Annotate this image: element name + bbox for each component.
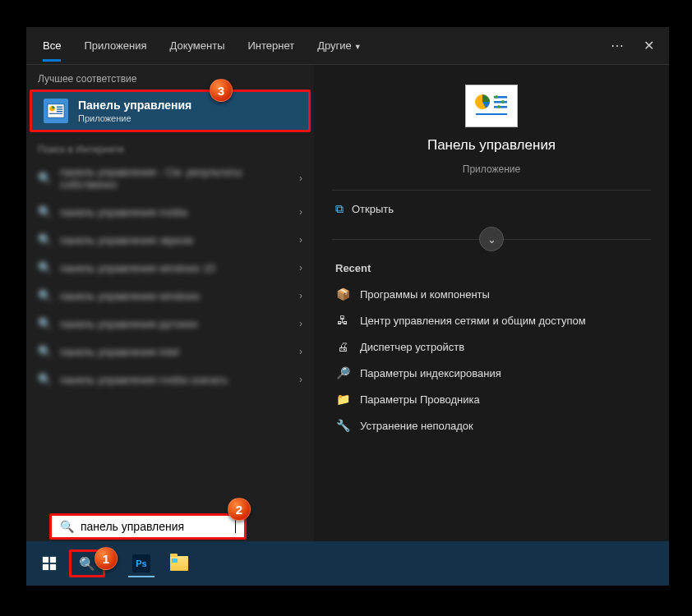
annotation-badge-2: 2 bbox=[228, 498, 251, 521]
chevron-right-icon: › bbox=[299, 318, 302, 329]
web-result-item[interactable]: 🔍панель управления windows 10› bbox=[26, 254, 314, 282]
recent-list: 📦Программы и компоненты 🖧Центр управлени… bbox=[332, 281, 651, 439]
tab-documents[interactable]: Документы bbox=[158, 30, 236, 62]
svg-rect-3 bbox=[57, 108, 62, 109]
chevron-right-icon: › bbox=[299, 262, 302, 274]
open-icon: ⧉ bbox=[335, 202, 344, 216]
tab-all[interactable]: Все bbox=[31, 30, 72, 62]
web-result-item[interactable]: 🔍панель управления - См. результаты собс… bbox=[26, 159, 314, 198]
search-box[interactable]: 🔍 2 bbox=[49, 513, 247, 540]
recent-item[interactable]: 🔎Параметры индексирования bbox=[332, 360, 651, 386]
web-search-label: Поиск в Интернете bbox=[26, 132, 314, 159]
svg-rect-4 bbox=[57, 111, 62, 112]
search-icon: 🔍 bbox=[60, 520, 74, 533]
web-result-item[interactable]: 🔍панель управления intel› bbox=[26, 338, 314, 365]
programs-icon: 📦 bbox=[335, 287, 350, 301]
recent-item[interactable]: 🔧Устранение неполадок bbox=[332, 412, 651, 439]
explorer-options-icon: 📁 bbox=[335, 392, 350, 407]
photoshop-icon: Ps bbox=[132, 554, 150, 572]
results-left-pane: Лучшее соответствие Панель управления Пр… bbox=[26, 65, 314, 541]
web-result-item[interactable]: 🔍панель управления рутокен› bbox=[26, 310, 314, 338]
web-results-list: 🔍панель управления - См. результаты собс… bbox=[26, 159, 314, 393]
taskbar-app-explorer[interactable] bbox=[161, 549, 197, 577]
svg-rect-15 bbox=[50, 557, 56, 563]
chevron-right-icon: › bbox=[299, 206, 302, 218]
start-button[interactable] bbox=[31, 549, 67, 577]
best-match-title: Панель управления bbox=[78, 99, 191, 112]
web-result-item[interactable]: 🔍панель управления nvidia скачать› bbox=[26, 365, 314, 393]
chevron-right-icon: › bbox=[299, 172, 302, 184]
search-icon: 🔍 bbox=[38, 373, 52, 386]
svg-rect-17 bbox=[50, 564, 56, 570]
svg-rect-8 bbox=[494, 101, 507, 103]
devices-icon: 🖨 bbox=[335, 339, 350, 354]
recent-item[interactable]: 📁Параметры Проводника bbox=[332, 386, 651, 412]
best-match-subtitle: Приложение bbox=[78, 113, 191, 123]
tab-more[interactable]: Другие▼ bbox=[306, 30, 373, 62]
chevron-right-icon: › bbox=[299, 374, 302, 385]
taskbar-app-photoshop[interactable]: Ps bbox=[123, 549, 159, 577]
preview-pane: Панель управления Приложение ⧉ Открыть ⌄… bbox=[314, 65, 669, 541]
chevron-right-icon: › bbox=[299, 234, 302, 246]
preview-title: Панель управления bbox=[427, 137, 556, 154]
svg-point-11 bbox=[501, 100, 505, 103]
control-panel-large-icon bbox=[465, 85, 518, 127]
expand-divider: ⌄ bbox=[332, 228, 651, 251]
annotation-badge-1: 1 bbox=[95, 547, 118, 570]
web-result-item[interactable]: 🔍панель управления nvidia› bbox=[26, 198, 314, 226]
network-icon: 🖧 bbox=[335, 313, 350, 328]
search-icon: 🔍 bbox=[79, 556, 95, 572]
taskbar-row: 🔍 1 Ps bbox=[26, 541, 669, 586]
indexing-icon: 🔎 bbox=[335, 365, 350, 380]
recent-label: Recent bbox=[332, 251, 651, 281]
close-icon[interactable]: ✕ bbox=[634, 31, 664, 60]
more-options-icon[interactable]: ⋯ bbox=[601, 31, 634, 60]
search-icon: 🔍 bbox=[38, 289, 52, 302]
svg-rect-13 bbox=[476, 113, 507, 115]
search-results-panel: Все Приложения Документы Интернет Другие… bbox=[26, 27, 669, 541]
search-icon: 🔍 bbox=[38, 317, 52, 330]
taskbar: 🔍 2 🔍 1 Ps bbox=[26, 541, 669, 586]
tab-web[interactable]: Интернет bbox=[236, 30, 306, 62]
recent-item[interactable]: 🖧Центр управления сетями и общим доступо… bbox=[332, 307, 651, 333]
search-icon: 🔍 bbox=[38, 233, 52, 246]
open-action[interactable]: ⧉ Открыть bbox=[332, 190, 651, 228]
chevron-right-icon: › bbox=[299, 290, 302, 301]
troubleshoot-icon: 🔧 bbox=[335, 418, 350, 433]
chevron-right-icon: › bbox=[299, 346, 302, 357]
best-match-label: Лучшее соответствие bbox=[26, 65, 314, 90]
search-tabs: Все Приложения Документы Интернет Другие… bbox=[26, 27, 669, 65]
tab-apps[interactable]: Приложения bbox=[72, 30, 158, 62]
search-input[interactable] bbox=[81, 520, 228, 533]
search-icon: 🔍 bbox=[38, 172, 52, 185]
search-icon: 🔍 bbox=[38, 345, 52, 358]
web-result-item[interactable]: 🔍панель управления звуком› bbox=[26, 226, 314, 254]
control-panel-icon bbox=[44, 99, 68, 123]
recent-item[interactable]: 📦Программы и компоненты bbox=[332, 281, 651, 307]
preview-subtitle: Приложение bbox=[463, 163, 520, 175]
expand-button[interactable]: ⌄ bbox=[479, 227, 504, 251]
annotation-badge-3: 3 bbox=[210, 79, 233, 102]
recent-item[interactable]: 🖨Диспетчер устройств bbox=[332, 333, 651, 360]
svg-rect-5 bbox=[49, 113, 63, 114]
file-explorer-icon bbox=[170, 556, 188, 571]
web-result-item[interactable]: 🔍панель управления windows› bbox=[26, 282, 314, 310]
search-icon: 🔍 bbox=[38, 261, 52, 274]
svg-rect-9 bbox=[494, 106, 507, 108]
svg-rect-2 bbox=[57, 107, 62, 108]
chevron-down-icon: ▼ bbox=[354, 43, 362, 51]
svg-rect-16 bbox=[43, 564, 48, 570]
svg-point-12 bbox=[497, 105, 501, 108]
best-match-result[interactable]: Панель управления Приложение 3 bbox=[30, 90, 311, 132]
search-icon: 🔍 bbox=[38, 205, 52, 218]
taskbar-search-button[interactable]: 🔍 1 bbox=[69, 549, 105, 577]
text-cursor bbox=[235, 520, 236, 533]
svg-point-10 bbox=[495, 95, 498, 99]
open-label: Открыть bbox=[352, 203, 394, 215]
svg-rect-14 bbox=[43, 557, 48, 563]
